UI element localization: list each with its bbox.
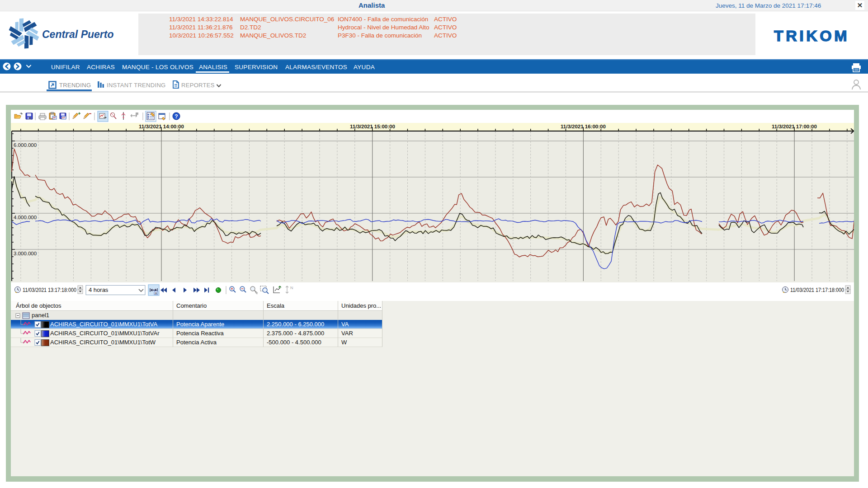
svg-text:3.000.000: 3.000.000 [14, 251, 37, 256]
svg-text:N: N [290, 286, 293, 290]
svg-text:a: a [155, 291, 157, 295]
svg-text:11/3/2021 17:00:00: 11/3/2021 17:00:00 [772, 124, 817, 129]
svg-text:11/3/2021 14:00:00: 11/3/2021 14:00:00 [139, 124, 184, 129]
svg-text:11/3/2021 15:00:00: 11/3/2021 15:00:00 [350, 124, 395, 129]
svg-text:11/03/2021 13:17:18:000: 11/03/2021 13:17:18:000 [23, 287, 76, 293]
svg-text:6.000.000: 6.000.000 [14, 142, 37, 148]
svg-text:4 horas: 4 horas [89, 286, 108, 293]
svg-text:11/3/2021 16:00:00: 11/3/2021 16:00:00 [561, 124, 606, 129]
svg-text:4.000.000: 4.000.000 [14, 215, 37, 220]
svg-text:?: ? [175, 113, 178, 120]
svg-text:11/03/2021 17:17:18:000: 11/03/2021 17:17:18:000 [790, 287, 844, 293]
